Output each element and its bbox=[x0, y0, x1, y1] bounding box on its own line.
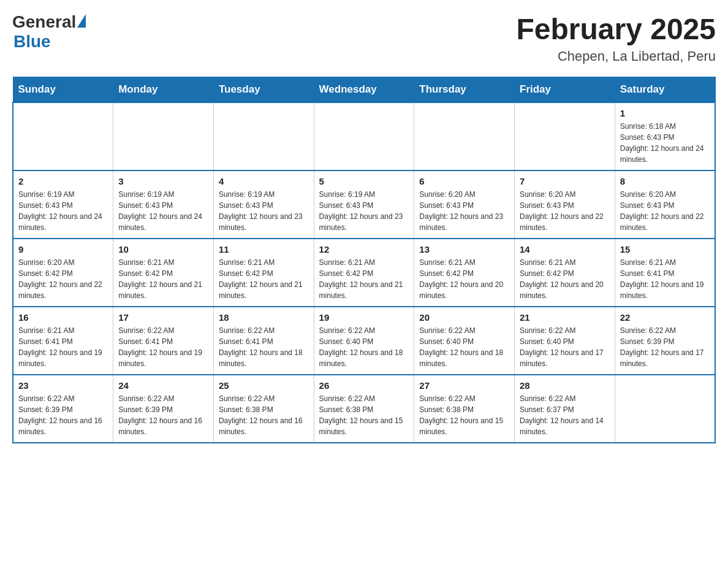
table-row: 4Sunrise: 6:19 AM Sunset: 6:43 PM Daylig… bbox=[213, 170, 314, 239]
table-row: 18Sunrise: 6:22 AM Sunset: 6:41 PM Dayli… bbox=[213, 307, 314, 375]
day-number: 19 bbox=[319, 312, 409, 323]
calendar-week-row: 16Sunrise: 6:21 AM Sunset: 6:41 PM Dayli… bbox=[13, 307, 715, 375]
table-row bbox=[615, 375, 715, 443]
month-title: February 2025 bbox=[516, 12, 716, 46]
day-number: 7 bbox=[520, 176, 610, 186]
table-row bbox=[13, 102, 113, 170]
day-number: 3 bbox=[118, 176, 208, 186]
day-number: 10 bbox=[118, 244, 208, 255]
table-row: 20Sunrise: 6:22 AM Sunset: 6:40 PM Dayli… bbox=[414, 307, 515, 375]
day-number: 14 bbox=[520, 244, 610, 255]
table-row: 10Sunrise: 6:21 AM Sunset: 6:42 PM Dayli… bbox=[113, 239, 214, 307]
table-row: 13Sunrise: 6:21 AM Sunset: 6:42 PM Dayli… bbox=[414, 239, 515, 307]
table-row: 19Sunrise: 6:22 AM Sunset: 6:40 PM Dayli… bbox=[314, 307, 414, 375]
table-row: 1Sunrise: 6:18 AM Sunset: 6:43 PM Daylig… bbox=[615, 102, 715, 170]
day-info: Sunrise: 6:22 AM Sunset: 6:37 PM Dayligh… bbox=[520, 393, 610, 437]
day-number: 4 bbox=[219, 176, 309, 186]
day-number: 6 bbox=[419, 176, 509, 186]
day-info: Sunrise: 6:22 AM Sunset: 6:40 PM Dayligh… bbox=[319, 325, 409, 369]
day-info: Sunrise: 6:22 AM Sunset: 6:39 PM Dayligh… bbox=[118, 393, 208, 437]
day-info: Sunrise: 6:22 AM Sunset: 6:39 PM Dayligh… bbox=[18, 393, 108, 437]
day-number: 17 bbox=[118, 312, 208, 323]
day-info: Sunrise: 6:22 AM Sunset: 6:38 PM Dayligh… bbox=[319, 393, 409, 437]
day-info: Sunrise: 6:22 AM Sunset: 6:40 PM Dayligh… bbox=[520, 325, 610, 369]
day-number: 21 bbox=[520, 312, 610, 323]
logo: General Blue bbox=[12, 12, 86, 52]
day-info: Sunrise: 6:22 AM Sunset: 6:38 PM Dayligh… bbox=[419, 393, 509, 437]
table-row: 17Sunrise: 6:22 AM Sunset: 6:41 PM Dayli… bbox=[113, 307, 214, 375]
day-info: Sunrise: 6:19 AM Sunset: 6:43 PM Dayligh… bbox=[319, 189, 409, 233]
day-info: Sunrise: 6:19 AM Sunset: 6:43 PM Dayligh… bbox=[219, 189, 309, 233]
calendar-week-row: 1Sunrise: 6:18 AM Sunset: 6:43 PM Daylig… bbox=[13, 102, 715, 170]
day-number: 25 bbox=[219, 380, 309, 391]
table-row: 5Sunrise: 6:19 AM Sunset: 6:43 PM Daylig… bbox=[314, 170, 414, 239]
table-row: 16Sunrise: 6:21 AM Sunset: 6:41 PM Dayli… bbox=[13, 307, 113, 375]
day-info: Sunrise: 6:18 AM Sunset: 6:43 PM Dayligh… bbox=[620, 121, 710, 165]
table-row: 27Sunrise: 6:22 AM Sunset: 6:38 PM Dayli… bbox=[414, 375, 515, 443]
calendar-week-row: 9Sunrise: 6:20 AM Sunset: 6:42 PM Daylig… bbox=[13, 239, 715, 307]
day-number: 20 bbox=[419, 312, 509, 323]
day-info: Sunrise: 6:21 AM Sunset: 6:42 PM Dayligh… bbox=[419, 257, 509, 301]
day-info: Sunrise: 6:20 AM Sunset: 6:43 PM Dayligh… bbox=[419, 189, 509, 233]
day-info: Sunrise: 6:20 AM Sunset: 6:43 PM Dayligh… bbox=[520, 189, 610, 233]
table-row: 12Sunrise: 6:21 AM Sunset: 6:42 PM Dayli… bbox=[314, 239, 414, 307]
table-row: 21Sunrise: 6:22 AM Sunset: 6:40 PM Dayli… bbox=[515, 307, 615, 375]
day-number: 5 bbox=[319, 176, 409, 186]
day-info: Sunrise: 6:21 AM Sunset: 6:42 PM Dayligh… bbox=[319, 257, 409, 301]
table-row bbox=[213, 102, 314, 170]
day-number: 24 bbox=[118, 380, 208, 391]
day-number: 12 bbox=[319, 244, 409, 255]
calendar-table: Sunday Monday Tuesday Wednesday Thursday… bbox=[12, 77, 716, 443]
day-info: Sunrise: 6:21 AM Sunset: 6:41 PM Dayligh… bbox=[620, 257, 710, 301]
table-row: 23Sunrise: 6:22 AM Sunset: 6:39 PM Dayli… bbox=[13, 375, 113, 443]
day-info: Sunrise: 6:21 AM Sunset: 6:41 PM Dayligh… bbox=[18, 325, 108, 369]
header-wednesday: Wednesday bbox=[314, 77, 414, 103]
header-sunday: Sunday bbox=[13, 77, 113, 103]
day-number: 23 bbox=[18, 380, 108, 391]
day-info: Sunrise: 6:22 AM Sunset: 6:41 PM Dayligh… bbox=[219, 325, 309, 369]
location-subtitle: Chepen, La Libertad, Peru bbox=[516, 48, 716, 64]
day-info: Sunrise: 6:20 AM Sunset: 6:43 PM Dayligh… bbox=[620, 189, 710, 233]
table-row bbox=[515, 102, 615, 170]
header-monday: Monday bbox=[113, 77, 214, 103]
logo-triangle-icon bbox=[77, 14, 86, 28]
title-section: February 2025 Chepen, La Libertad, Peru bbox=[516, 12, 716, 64]
day-number: 2 bbox=[18, 176, 108, 186]
day-info: Sunrise: 6:22 AM Sunset: 6:38 PM Dayligh… bbox=[219, 393, 309, 437]
calendar-week-row: 23Sunrise: 6:22 AM Sunset: 6:39 PM Dayli… bbox=[13, 375, 715, 443]
day-info: Sunrise: 6:20 AM Sunset: 6:42 PM Dayligh… bbox=[18, 257, 108, 301]
day-number: 26 bbox=[319, 380, 409, 391]
calendar-week-row: 2Sunrise: 6:19 AM Sunset: 6:43 PM Daylig… bbox=[13, 170, 715, 239]
table-row: 6Sunrise: 6:20 AM Sunset: 6:43 PM Daylig… bbox=[414, 170, 515, 239]
logo-blue-text: Blue bbox=[13, 32, 86, 52]
header-tuesday: Tuesday bbox=[213, 77, 314, 103]
day-number: 8 bbox=[620, 176, 710, 186]
day-info: Sunrise: 6:22 AM Sunset: 6:41 PM Dayligh… bbox=[118, 325, 208, 369]
table-row: 8Sunrise: 6:20 AM Sunset: 6:43 PM Daylig… bbox=[615, 170, 715, 239]
day-info: Sunrise: 6:21 AM Sunset: 6:42 PM Dayligh… bbox=[520, 257, 610, 301]
header-saturday: Saturday bbox=[615, 77, 715, 103]
table-row bbox=[113, 102, 214, 170]
day-info: Sunrise: 6:22 AM Sunset: 6:40 PM Dayligh… bbox=[419, 325, 509, 369]
day-number: 13 bbox=[419, 244, 509, 255]
day-number: 15 bbox=[620, 244, 710, 255]
day-number: 1 bbox=[620, 108, 710, 118]
table-row: 25Sunrise: 6:22 AM Sunset: 6:38 PM Dayli… bbox=[213, 375, 314, 443]
day-info: Sunrise: 6:21 AM Sunset: 6:42 PM Dayligh… bbox=[219, 257, 309, 301]
header-friday: Friday bbox=[515, 77, 615, 103]
table-row: 3Sunrise: 6:19 AM Sunset: 6:43 PM Daylig… bbox=[113, 170, 214, 239]
table-row: 14Sunrise: 6:21 AM Sunset: 6:42 PM Dayli… bbox=[515, 239, 615, 307]
table-row: 28Sunrise: 6:22 AM Sunset: 6:37 PM Dayli… bbox=[515, 375, 615, 443]
day-info: Sunrise: 6:22 AM Sunset: 6:39 PM Dayligh… bbox=[620, 325, 710, 369]
day-number: 18 bbox=[219, 312, 309, 323]
table-row: 15Sunrise: 6:21 AM Sunset: 6:41 PM Dayli… bbox=[615, 239, 715, 307]
page-header: General Blue February 2025 Chepen, La Li… bbox=[12, 12, 716, 64]
day-number: 11 bbox=[219, 244, 309, 255]
table-row: 22Sunrise: 6:22 AM Sunset: 6:39 PM Dayli… bbox=[615, 307, 715, 375]
day-number: 28 bbox=[520, 380, 610, 391]
day-info: Sunrise: 6:21 AM Sunset: 6:42 PM Dayligh… bbox=[118, 257, 208, 301]
calendar-header-row: Sunday Monday Tuesday Wednesday Thursday… bbox=[13, 77, 715, 103]
table-row: 9Sunrise: 6:20 AM Sunset: 6:42 PM Daylig… bbox=[13, 239, 113, 307]
day-number: 22 bbox=[620, 312, 710, 323]
day-number: 9 bbox=[18, 244, 108, 255]
